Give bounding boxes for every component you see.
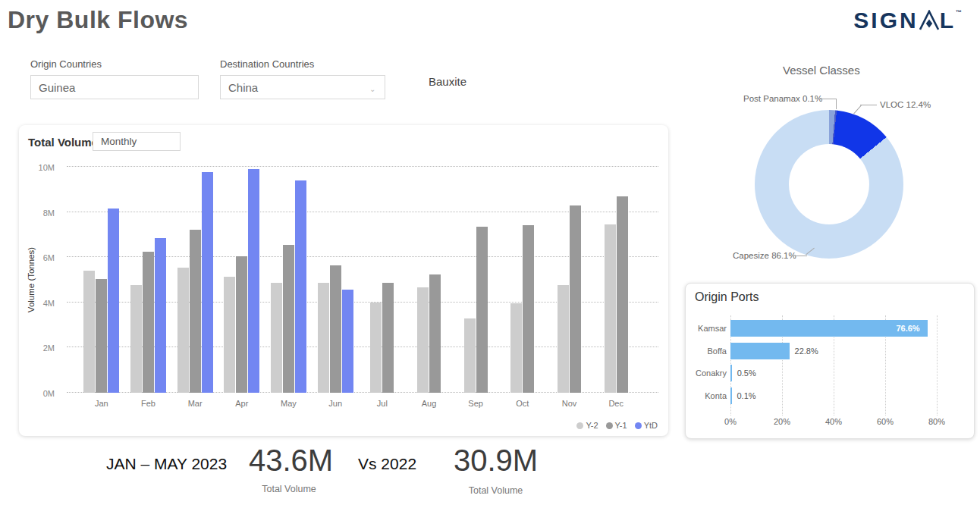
port-label-Boffa: Boffa <box>687 347 727 356</box>
callout-line <box>836 99 837 109</box>
xtick-Oct: Oct <box>499 399 546 408</box>
bar-Oct-Y-2[interactable] <box>510 303 522 393</box>
bar-group-Jun: Jun <box>312 167 359 393</box>
xtick-Jan: Jan <box>78 399 125 408</box>
port-label-Kamsar: Kamsar <box>687 324 727 333</box>
callout-vloc: VLOC 12.4% <box>880 100 931 109</box>
bar-Jun-Y-2[interactable] <box>318 283 329 393</box>
volume-yaxis-title: Volume (Tonnes) <box>27 167 37 393</box>
bar-Mar-Y-2[interactable] <box>177 268 189 393</box>
callout-capesize: Capesize 86.1% <box>733 251 796 260</box>
legend-item-Y-2[interactable]: Y-2 <box>576 421 598 430</box>
port-bar-Boffa[interactable] <box>730 343 790 359</box>
xtick-Dec: Dec <box>592 399 639 408</box>
ytick-2M: 2M <box>20 343 55 353</box>
port-value-Conakry: 0.5% <box>737 368 756 378</box>
summary-versus: Vs 2022 <box>358 455 416 473</box>
port-bar-Konta[interactable] <box>730 387 732 404</box>
destination-countries-label: Destination Countries <box>220 58 314 70</box>
bar-Apr-Y-2[interactable] <box>224 277 235 393</box>
page-title: Dry Bulk Flows <box>8 6 188 34</box>
bar-Jul-Y-2[interactable] <box>370 303 382 393</box>
ytick-6M: 6M <box>20 253 55 262</box>
logo-text-post: L <box>940 9 956 32</box>
commodity-label: Bauxite <box>429 75 466 88</box>
destination-countries-input[interactable] <box>220 75 385 99</box>
bar-Nov-Y-1[interactable] <box>570 205 581 393</box>
port-bar-Conakry[interactable] <box>730 365 732 381</box>
xtick-Jun: Jun <box>312 399 359 408</box>
bar-Feb-Y-2[interactable] <box>130 285 142 393</box>
bar-Dec-Y-1[interactable] <box>617 196 628 393</box>
summary-period: JAN – MAY 2023 <box>106 455 227 473</box>
bar-Jan-Y-2[interactable] <box>83 271 95 393</box>
bar-group-Nov: Nov <box>546 167 593 393</box>
bar-Jun-YtD[interactable] <box>342 290 353 393</box>
bar-Oct-Y-1[interactable] <box>523 225 534 393</box>
bar-Apr-YtD[interactable] <box>248 169 259 393</box>
xtick-Apr: Apr <box>218 399 265 408</box>
callout-line <box>853 105 862 114</box>
callout-line <box>818 99 836 99</box>
bar-Mar-Y-1[interactable] <box>190 230 201 393</box>
port-xtick-80%: 80% <box>922 417 952 426</box>
summary-current-caption: Total Volume <box>247 484 331 494</box>
legend-item-Y-1[interactable]: Y-1 <box>606 421 627 430</box>
bar-Aug-Y-1[interactable] <box>429 274 441 393</box>
summary-current-value: 43.6M <box>249 444 333 478</box>
bar-group-Feb: Feb <box>125 167 172 393</box>
logo-tm: ™ <box>956 10 962 16</box>
bar-May-Y-1[interactable] <box>283 245 294 393</box>
bar-Dec-Y-2[interactable] <box>605 224 616 393</box>
bar-Apr-Y-1[interactable] <box>236 256 247 393</box>
xtick-Aug: Aug <box>406 399 453 408</box>
port-label-Conakry: Conakry <box>687 368 727 378</box>
port-xtick-40%: 40% <box>818 417 849 426</box>
origin-ports-panel: Origin Ports 0%20%40%60%80%Kamsar76.6%Bo… <box>685 283 975 439</box>
bar-Feb-Y-1[interactable] <box>143 252 154 393</box>
origin-countries-input[interactable] <box>30 75 199 99</box>
bar-May-Y-2[interactable] <box>271 283 282 393</box>
port-xtick-0%: 0% <box>715 417 746 426</box>
bar-Nov-Y-2[interactable] <box>558 285 569 393</box>
bar-group-Apr: Apr <box>218 167 265 393</box>
xtick-Mar: Mar <box>171 399 218 408</box>
origin-ports-plot: 0%20%40%60%80%Kamsar76.6%Boffa22.8%Conak… <box>686 284 974 438</box>
summary-previous-value: 30.9M <box>454 444 538 478</box>
destination-dropdown-icon[interactable]: ⌄ <box>369 85 375 93</box>
bar-group-Jul: Jul <box>359 167 406 393</box>
bar-May-YtD[interactable] <box>295 180 306 393</box>
ytick-4M: 4M <box>20 299 55 308</box>
bar-Aug-Y-2[interactable] <box>417 287 429 393</box>
bar-Sep-Y-1[interactable] <box>476 227 488 393</box>
bar-Sep-Y-2[interactable] <box>464 318 476 393</box>
port-value-Kamsar: 76.6% <box>896 324 919 333</box>
legend-dot-YtD <box>635 422 642 429</box>
bar-group-Sep: Sep <box>452 167 499 393</box>
bar-Jan-YtD[interactable] <box>108 209 119 393</box>
bar-Jun-Y-1[interactable] <box>330 265 341 393</box>
origin-countries-label: Origin Countries <box>30 58 102 70</box>
vessel-classes-title: Vessel Classes <box>783 64 860 77</box>
callout-post-panamax: Post Panamax 0.1% <box>743 94 822 103</box>
logo-a-icon <box>919 9 940 34</box>
legend-item-YtD[interactable]: YtD <box>635 421 658 430</box>
period-selector[interactable]: Monthly <box>93 132 181 151</box>
bar-group-Jan: Jan <box>78 167 125 393</box>
port-label-Konta: Konta <box>687 391 727 400</box>
ytick-0M: 0M <box>20 389 55 398</box>
signal-logo: SIGN L ™ <box>853 9 962 34</box>
bar-group-Oct: Oct <box>499 167 546 393</box>
bar-Feb-YtD[interactable] <box>155 238 166 393</box>
bar-Mar-YtD[interactable] <box>202 172 213 393</box>
port-xtick-20%: 20% <box>767 417 797 426</box>
volume-plot: JanFebMarAprMayJunJulAugSepOctNovDec <box>78 167 639 393</box>
bar-group-Aug: Aug <box>406 167 453 393</box>
summary-previous-caption: Total Volume <box>452 485 539 496</box>
xtick-Jul: Jul <box>359 399 406 408</box>
bar-group-Dec: Dec <box>592 167 639 393</box>
ytick-10M: 10M <box>20 163 55 172</box>
vessel-classes-donut[interactable] <box>755 110 903 259</box>
bar-Jul-Y-1[interactable] <box>382 283 394 393</box>
bar-Jan-Y-1[interactable] <box>96 279 107 393</box>
